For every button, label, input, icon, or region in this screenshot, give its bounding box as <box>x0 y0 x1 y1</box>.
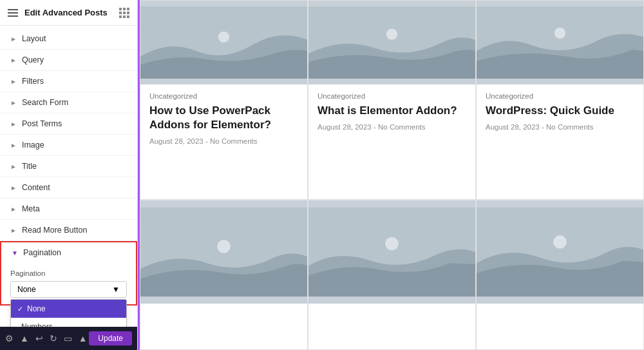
sidebar-item-query[interactable]: ► Query <box>0 50 137 71</box>
sidebar-item-read-more[interactable]: ► Read More Button <box>0 220 137 241</box>
footer-icons: ⚙ ▲ ↩ ↻ ▭ ▲ <box>5 333 88 344</box>
post-comments-3: No Comments <box>546 123 594 131</box>
settings-icon[interactable]: ⚙ <box>5 333 14 344</box>
post-image-4 <box>140 200 307 304</box>
svg-point-1 <box>218 32 229 43</box>
dropdown-option-numbers[interactable]: Numbers <box>11 318 126 327</box>
history-icon[interactable]: ↻ <box>50 333 57 344</box>
sidebar-item-image[interactable]: ► Image <box>0 135 137 156</box>
sidebar-nav: ► Layout ► Query ► Filters ► Search Form… <box>0 26 137 327</box>
arrow-icon: ► <box>10 206 17 213</box>
sidebar-footer: ⚙ ▲ ↩ ↻ ▭ ▲ Update <box>0 327 137 350</box>
hamburger-icon[interactable] <box>8 9 18 17</box>
post-image-2 <box>308 1 475 84</box>
post-meta-separator-1: - <box>205 137 210 145</box>
post-card-6 <box>476 200 644 350</box>
sidebar-item-search-form[interactable]: ► Search Form <box>0 92 137 113</box>
svg-point-3 <box>386 28 397 39</box>
post-card-5 <box>308 200 476 350</box>
sidebar-item-title[interactable]: ► Title <box>0 156 137 177</box>
post-title-2: What is Elementor Addon? <box>317 104 466 118</box>
post-card-2: Uncategorized What is Elementor Addon? A… <box>308 0 476 200</box>
post-date-1: August 28, 2023 <box>149 137 204 145</box>
post-date-2: August 28, 2023 <box>317 123 372 131</box>
sidebar-item-label: Meta <box>22 204 40 213</box>
post-meta-3: August 28, 2023 - No Comments <box>486 123 634 131</box>
post-body-3: Uncategorized WordPress: Quick Guide Aug… <box>477 84 643 199</box>
post-category-3: Uncategorized <box>486 92 634 100</box>
dropdown-option-label: None <box>27 304 46 313</box>
sidebar-item-label: Filters <box>22 77 44 86</box>
sidebar-item-layout[interactable]: ► Layout <box>0 28 137 50</box>
sidebar-item-post-terms[interactable]: ► Post Terms <box>0 113 137 135</box>
sidebar-item-label: Content <box>22 183 50 192</box>
dropdown-option-none[interactable]: ✓ None <box>11 300 126 318</box>
grid-icon[interactable] <box>119 8 129 18</box>
arrow-icon: ► <box>10 99 17 106</box>
sidebar-header-left: Edit Advanced Posts <box>8 8 108 17</box>
svg-point-9 <box>385 237 399 250</box>
arrow-icon: ► <box>10 163 17 170</box>
dropdown-option-label: Numbers <box>21 322 53 327</box>
sidebar-item-label: Search Form <box>22 98 68 107</box>
arrow-icon: ► <box>10 57 17 64</box>
responsive-icon[interactable]: ▭ <box>64 333 72 344</box>
post-meta-2: August 28, 2023 - No Comments <box>317 123 466 131</box>
pagination-section: ▼ Pagination Pagination None ▼ ✓ None <box>0 241 137 306</box>
sidebar-item-content[interactable]: ► Content <box>0 177 137 199</box>
sidebar-item-label: Layout <box>22 34 46 43</box>
pagination-header[interactable]: ▼ Pagination <box>1 242 136 263</box>
pagination-dropdown-value: None <box>17 285 36 294</box>
svg-point-11 <box>553 235 567 249</box>
arrow-icon: ► <box>10 184 17 191</box>
post-body-2: Uncategorized What is Elementor Addon? A… <box>308 84 475 199</box>
expand-arrow-icon: ▼ <box>12 249 18 257</box>
post-category-1: Uncategorized <box>149 92 298 100</box>
post-card-4 <box>140 200 308 350</box>
sidebar-title: Edit Advanced Posts <box>24 8 108 17</box>
pagination-field-label: Pagination <box>10 269 127 277</box>
post-meta-1: August 28, 2023 - No Comments <box>149 137 298 145</box>
svg-point-7 <box>217 240 231 253</box>
post-body-1: Uncategorized How to Use PowerPack Addon… <box>140 84 307 199</box>
arrow-icon: ► <box>10 35 17 43</box>
post-image-6 <box>477 200 643 304</box>
post-card-1: Uncategorized How to Use PowerPack Addon… <box>140 0 308 200</box>
check-icon: ✓ <box>17 305 23 313</box>
post-image-3 <box>477 1 643 84</box>
dropdown-chevron-icon: ▼ <box>112 285 120 294</box>
post-comments-2: No Comments <box>378 123 426 131</box>
post-category-2: Uncategorized <box>317 92 466 100</box>
posts-grid: Uncategorized How to Use PowerPack Addon… <box>140 0 644 350</box>
post-date-3: August 28, 2023 <box>486 123 540 131</box>
main-content: Uncategorized How to Use PowerPack Addon… <box>140 0 644 350</box>
pagination-dropdown-menu: ✓ None Numbers Numbers + Previous/Next <box>10 299 127 327</box>
post-card-3: Uncategorized WordPress: Quick Guide Aug… <box>476 0 644 200</box>
pagination-section-label: Pagination <box>23 248 61 257</box>
post-image-1 <box>140 1 307 84</box>
sidebar-item-meta[interactable]: ► Meta <box>0 199 137 220</box>
pagination-dropdown-selected[interactable]: None ▼ <box>10 281 127 298</box>
arrow-up-icon[interactable]: ▲ <box>79 333 88 344</box>
post-meta-separator-3: - <box>542 123 546 131</box>
post-comments-1: No Comments <box>210 137 258 145</box>
sidebar: Edit Advanced Posts ► Layout ► Query ► F… <box>0 0 138 350</box>
sidebar-item-filters[interactable]: ► Filters <box>0 71 137 92</box>
post-meta-separator-2: - <box>374 123 378 131</box>
arrow-icon: ► <box>10 142 17 149</box>
undo-icon[interactable]: ↩ <box>35 333 43 344</box>
update-button[interactable]: Update <box>89 331 132 345</box>
sidebar-header: Edit Advanced Posts <box>0 0 137 26</box>
sidebar-item-label: Title <box>22 162 37 171</box>
layers-icon[interactable]: ▲ <box>20 333 29 344</box>
arrow-icon: ► <box>10 227 17 234</box>
arrow-icon: ► <box>10 121 17 128</box>
pagination-dropdown-wrapper: None ▼ ✓ None Numbers <box>10 281 127 298</box>
svg-point-5 <box>554 28 565 39</box>
post-image-5 <box>308 200 475 304</box>
post-title-1: How to Use PowerPack Addons for Elemento… <box>149 104 298 132</box>
pagination-content: Pagination None ▼ ✓ None Numbers <box>1 263 136 304</box>
sidebar-item-label: Query <box>22 55 44 64</box>
sidebar-item-label: Read More Button <box>22 226 87 235</box>
sidebar-item-label: Image <box>22 141 44 150</box>
